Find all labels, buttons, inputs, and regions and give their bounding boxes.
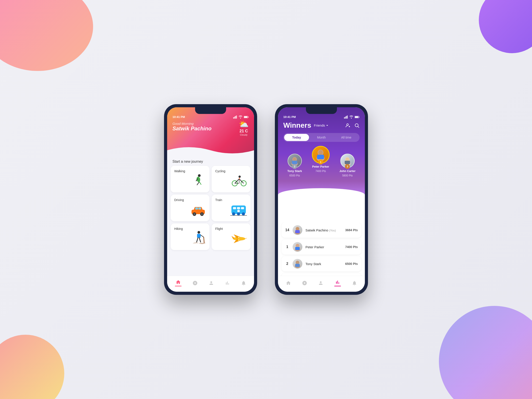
svg-rect-64 [317, 155, 324, 159]
svg-rect-50 [355, 116, 358, 118]
podium-1st-name: Peter Parker [312, 165, 329, 168]
svg-line-19 [239, 178, 240, 179]
winners-title-row: Winners Friends [278, 120, 365, 131]
svg-line-14 [235, 179, 239, 183]
add-person-icon[interactable] [345, 123, 351, 128]
winners-left: Winners Friends [283, 121, 329, 129]
weather-temp: 21 C [239, 129, 249, 133]
svg-line-39 [199, 238, 201, 242]
svg-point-43 [238, 237, 239, 238]
svg-point-44 [238, 239, 239, 241]
svg-rect-29 [237, 207, 240, 209]
svg-rect-21 [195, 208, 198, 209]
nav-stats[interactable] [222, 279, 233, 287]
card-train[interactable]: Train [212, 195, 250, 221]
svg-point-32 [232, 212, 235, 215]
podium-3rd: 3 John Carter 5800 Pts [339, 154, 355, 177]
svg-rect-45 [344, 117, 345, 119]
lb-rank-1: 1 [285, 245, 290, 249]
card-hiking-title: Hiking [174, 227, 206, 231]
phone-winners: 10:41 PM [275, 104, 368, 295]
weather-desc: Cloudy [239, 133, 249, 136]
lb-row-satwik[interactable]: 14 Satwik Pachino (You) 3684 Pts [282, 222, 361, 238]
phone-journey: 10:41 PM [164, 104, 257, 295]
notch [195, 107, 226, 114]
filter-tab-month[interactable]: Month [309, 134, 334, 141]
bottom-nav-journey [167, 276, 254, 292]
svg-rect-28 [233, 207, 236, 209]
svg-rect-22 [198, 208, 201, 209]
lb-you-badge: (You) [329, 229, 336, 232]
card-flight[interactable]: Flight [212, 223, 250, 250]
journey-grid: Walking Cycling [167, 166, 254, 252]
svg-rect-68 [345, 161, 350, 164]
friends-dropdown[interactable]: Friends [314, 123, 329, 127]
lb-name-tony: Tony Stark [305, 262, 342, 266]
card-walking[interactable]: Walking [171, 166, 209, 192]
svg-line-56 [358, 126, 359, 128]
winners-header: 10:41 PM [278, 107, 365, 199]
podium-2nd-medal: 2 [292, 164, 297, 169]
podium-1st-medal: 1 [318, 160, 323, 165]
status-icons-2 [344, 115, 360, 119]
podium-1st-avatar-container: 1 [312, 146, 330, 164]
svg-rect-46 [345, 117, 346, 119]
lb-row-tony[interactable]: 2 Tony Stark 6500 Pts [282, 256, 361, 271]
winners-title: Winners [283, 121, 311, 129]
status-icons [233, 115, 249, 119]
podium-2nd-avatar-container: 2 [287, 154, 302, 168]
notch-2 [306, 107, 337, 114]
header-wave [167, 144, 254, 156]
winners-icons [345, 123, 360, 128]
svg-rect-71 [295, 230, 300, 233]
svg-rect-5 [244, 116, 247, 118]
svg-point-36 [197, 231, 200, 234]
lb-pts-tony: 6500 Pts [345, 262, 358, 266]
card-driving-title: Driving [174, 198, 206, 202]
lb-rank-14: 14 [285, 228, 290, 232]
nav-home[interactable] [172, 279, 184, 287]
svg-line-41 [204, 237, 204, 243]
svg-point-24 [194, 213, 195, 215]
svg-point-33 [237, 212, 240, 215]
leaderboard: 14 Satwik Pachino (You) 3684 Pts [278, 222, 365, 278]
phones-container: 10:41 PM [164, 104, 368, 295]
svg-rect-51 [359, 116, 359, 117]
podium-3rd-medal: 3 [345, 164, 350, 169]
svg-rect-47 [346, 116, 347, 119]
nav2-profile[interactable] [316, 279, 326, 287]
card-hiking[interactable]: Hiking [171, 223, 209, 250]
podium-1st-pts: 7400 Pts [316, 170, 326, 173]
nav-notifications[interactable] [238, 279, 249, 287]
status-time: 10:41 PM [172, 115, 185, 119]
svg-point-7 [198, 174, 201, 177]
podium-2nd-name: Tony Stark [287, 169, 302, 173]
card-driving[interactable]: Driving [171, 195, 209, 221]
card-walking-icon [174, 174, 206, 189]
card-cycling[interactable]: Cycling [212, 166, 250, 192]
white-wave [278, 188, 365, 199]
svg-point-26 [201, 213, 203, 215]
nav-profile[interactable] [206, 279, 216, 287]
card-hiking-icon [174, 231, 206, 247]
svg-rect-6 [248, 116, 248, 117]
svg-point-63 [318, 150, 323, 155]
filter-tab-today[interactable]: Today [284, 134, 309, 141]
svg-rect-30 [241, 207, 244, 209]
nav2-activity[interactable] [299, 279, 310, 287]
lb-row-peter[interactable]: 1 Peter Parker 7400 Pts [282, 239, 361, 254]
search-icon[interactable] [354, 123, 360, 128]
svg-point-59 [293, 158, 296, 161]
svg-line-11 [199, 182, 201, 184]
nav2-stats[interactable] [332, 279, 344, 287]
nav2-home[interactable] [283, 279, 294, 287]
bg-decoration-bottom-right [439, 306, 532, 399]
filter-tab-alltime[interactable]: All time [334, 134, 359, 141]
podium: 2 Tony Stark 6500 Pts [278, 144, 365, 182]
podium-1st: 1 Peter Parker 7400 Pts [312, 146, 330, 173]
svg-point-69 [296, 227, 299, 231]
nav2-notifications[interactable] [349, 279, 360, 287]
phone-winners-screen: 10:41 PM [278, 107, 365, 292]
svg-point-75 [296, 261, 299, 264]
nav-activity[interactable] [190, 279, 200, 287]
